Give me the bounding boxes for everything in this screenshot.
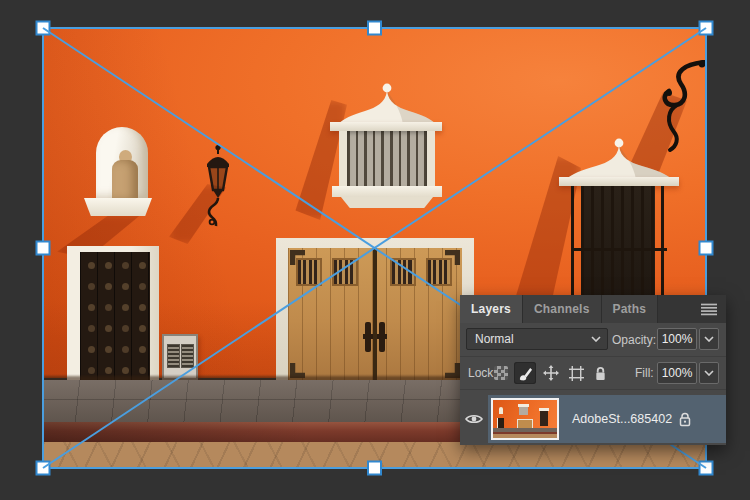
niche-ledge (84, 198, 152, 216)
opacity-value[interactable]: 100% (657, 328, 697, 350)
layer-visibility-toggle[interactable] (460, 395, 488, 443)
photoshop-canvas: Layers Channels Paths Normal Opacity: 10… (0, 0, 750, 500)
door-window (390, 258, 416, 286)
door-window (296, 258, 322, 286)
center-window-sill (332, 186, 442, 197)
meter-grille (181, 344, 194, 368)
layer-thumbnail[interactable] (491, 398, 559, 440)
door-studs (88, 262, 95, 269)
blend-mode-dropdown[interactable]: Normal (466, 328, 608, 350)
layers-panel: Layers Channels Paths Normal Opacity: 10… (460, 295, 726, 445)
lock-all-button[interactable] (589, 362, 611, 384)
transparency-checker-icon (494, 366, 508, 380)
tab-channels[interactable]: Channels (523, 295, 602, 323)
chevron-down-icon (704, 370, 714, 376)
door-window (426, 258, 452, 286)
opacity-label: Opacity: (612, 333, 656, 347)
door-handle (379, 322, 385, 352)
center-window-apron (338, 197, 436, 208)
move-arrows-icon (543, 365, 559, 381)
door-handle (365, 322, 371, 352)
meter-grille (167, 344, 180, 368)
center-window-cap (335, 83, 439, 125)
brush-icon (518, 366, 533, 381)
tab-paths[interactable]: Paths (602, 295, 659, 323)
layer-name[interactable]: AdobeSt...685402 (572, 395, 672, 443)
center-window-bars (347, 131, 427, 187)
fill-dropdown-button[interactable] (699, 362, 719, 384)
left-studded-door (80, 252, 150, 380)
selected-layer-row[interactable]: AdobeSt...685402 (488, 395, 726, 443)
lock-transparency-button[interactable] (490, 362, 512, 384)
tab-layers[interactable]: Layers (460, 295, 523, 323)
thumb-center-window (519, 407, 528, 415)
opacity-dropdown-button[interactable] (699, 328, 719, 350)
panel-menu-icon[interactable] (700, 303, 718, 316)
layer-locked-icon (678, 411, 692, 427)
wall-lantern (199, 144, 237, 230)
statue-body (112, 160, 138, 200)
right-window-cornice (559, 177, 679, 186)
lock-artboard-button[interactable] (565, 362, 587, 384)
chevron-down-icon (704, 336, 714, 342)
lock-position-button[interactable] (540, 362, 562, 384)
artboard-frame-icon (569, 366, 584, 381)
fill-label: Fill: (635, 366, 654, 380)
iron-scroll-bracket (655, 60, 706, 154)
thumb-street (493, 434, 557, 438)
fill-value[interactable]: 100% (657, 362, 697, 384)
panel-tab-bar: Layers Channels Paths (460, 295, 726, 323)
door-center-gap (373, 248, 377, 380)
lock-paint-button[interactable] (514, 362, 536, 384)
lock-fill-row: Lock: (460, 357, 726, 390)
center-window-cornice (330, 122, 442, 131)
layer-list: AdobeSt...685402 (460, 390, 726, 445)
utility-meter-box (162, 334, 198, 380)
door-window (332, 258, 358, 286)
thumb-niche (499, 407, 503, 414)
chevron-down-icon (591, 336, 601, 342)
padlock-icon (594, 366, 607, 381)
eye-icon (465, 413, 483, 425)
blend-opacity-row: Normal Opacity: 100% (460, 323, 726, 357)
thumb-right-window (540, 411, 548, 426)
blend-mode-value: Normal (475, 332, 514, 346)
cobblestone-street (43, 442, 706, 468)
